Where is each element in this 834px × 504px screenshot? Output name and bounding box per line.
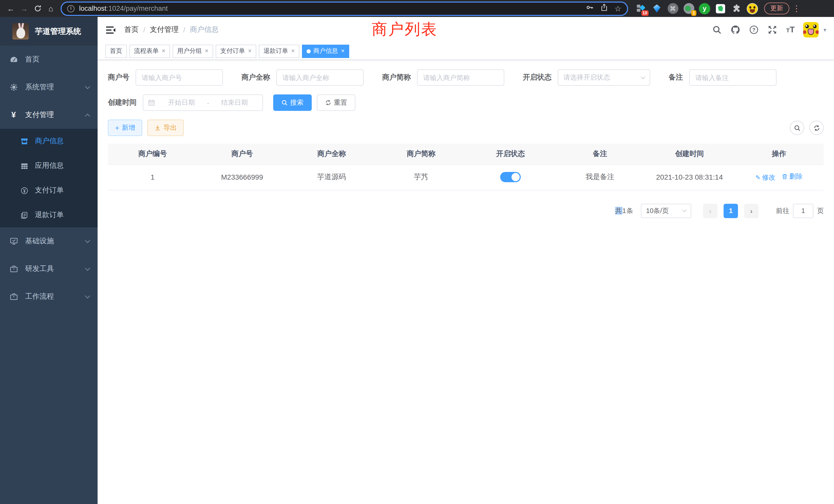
table-row: 1 M233666999 芋道源码 芋艿 我是备注 2021-10-23 08:… xyxy=(108,164,824,190)
table-header-row: 商户编号 商户号 商户全称 商户简称 开启状态 备注 创建时间 操作 xyxy=(108,144,824,164)
sidebar-item-infra[interactable]: 基础设施 xyxy=(0,227,97,255)
grid-icon xyxy=(20,162,28,170)
status-label: 开启状态 xyxy=(523,73,552,82)
shop-icon xyxy=(20,137,28,145)
browser-reload-icon[interactable] xyxy=(33,3,42,14)
delete-link[interactable]: 删除 xyxy=(782,172,803,181)
close-icon[interactable]: × xyxy=(204,48,208,54)
extension-command-icon[interactable]: ⌘ xyxy=(667,3,678,14)
extension-sidebar-icon[interactable]: 10 xyxy=(635,3,646,14)
tab-refund-order[interactable]: 退款订单× xyxy=(259,44,300,58)
extension-badge: 10 xyxy=(641,10,649,16)
status-select[interactable]: 请选择开启状态 xyxy=(558,69,650,86)
tab-pay-order[interactable]: 支付订单× xyxy=(216,44,256,58)
reset-button[interactable]: 重置 xyxy=(317,94,355,111)
close-icon[interactable]: × xyxy=(341,48,345,54)
app-title: 芋道管理系统 xyxy=(35,26,81,36)
close-icon[interactable]: × xyxy=(291,48,295,54)
export-button[interactable]: 导出 xyxy=(147,120,184,136)
page-size-select[interactable]: 10条/页 xyxy=(641,204,691,218)
sidebar-item-label: 应用信息 xyxy=(35,161,64,170)
chrome-update-button[interactable]: 更新 xyxy=(764,3,789,14)
password-key-icon[interactable] xyxy=(586,4,593,13)
sidebar-item-label: 研发工具 xyxy=(25,264,86,274)
close-icon[interactable]: × xyxy=(247,48,251,54)
tab-process-form[interactable]: 流程表单× xyxy=(129,44,170,58)
github-icon[interactable] xyxy=(731,25,741,35)
extensions-puzzle-icon[interactable] xyxy=(731,3,742,14)
extension-y-icon[interactable]: y xyxy=(699,3,710,14)
col-operations: 操作 xyxy=(734,144,824,164)
browser-home-icon[interactable]: ⌂ xyxy=(46,3,56,14)
add-button[interactable]: + 新增 xyxy=(108,120,142,136)
merchant-no-input[interactable] xyxy=(136,69,223,86)
page-content: 商户号 商户全称 商户简称 开启状态 请选择开启状态 xyxy=(97,60,834,504)
url-host: localhost xyxy=(79,5,107,12)
logo-rabbit-image xyxy=(12,23,29,40)
avatar-caret-icon[interactable]: ▾ xyxy=(824,26,826,33)
sidebar-item-app-info[interactable]: 应用信息 xyxy=(0,154,97,178)
cell-merchant-no: M233666999 xyxy=(197,164,287,190)
short-name-input[interactable] xyxy=(417,69,504,86)
tab-user-group[interactable]: 用户分组× xyxy=(173,44,213,58)
font-size-icon[interactable]: TT xyxy=(786,25,795,35)
sidebar-collapse-icon[interactable] xyxy=(105,24,116,35)
profile-avatar[interactable] xyxy=(747,3,758,14)
sidebar-item-merchant-info[interactable]: 商户信息 xyxy=(0,129,97,154)
sidebar-item-label: 首页 xyxy=(25,55,89,64)
sidebar-item-pay[interactable]: ¥ 支付管理 xyxy=(0,101,97,129)
sidebar-item-label: 退款订单 xyxy=(35,210,64,220)
cell-remark: 我是备注 xyxy=(555,164,645,190)
app-logo[interactable]: 芋道管理系统 xyxy=(0,17,97,46)
refresh-table-button[interactable] xyxy=(809,121,824,135)
url-text[interactable]: localhost:1024/pay/merchant xyxy=(79,5,586,12)
sidebar-item-workflow[interactable]: 工作流程 xyxy=(0,283,97,311)
show-search-toggle-button[interactable] xyxy=(790,121,804,135)
gear-icon xyxy=(9,83,18,92)
share-icon[interactable] xyxy=(600,4,608,13)
extensions-bar: 10 ⌘ 1 y xyxy=(635,3,758,14)
col-full-name: 商户全称 xyxy=(287,144,376,164)
extension-gem-icon[interactable] xyxy=(651,3,662,14)
tab-merchant-info[interactable]: 商户信息× xyxy=(302,44,349,58)
remark-input[interactable] xyxy=(689,69,776,86)
close-icon[interactable]: × xyxy=(161,48,166,54)
next-page-button[interactable]: › xyxy=(744,204,759,218)
goto-page-input[interactable] xyxy=(793,204,813,218)
tab-home[interactable]: 首页 xyxy=(105,44,127,58)
status-select-placeholder: 请选择开启状态 xyxy=(563,73,610,82)
search-button[interactable]: 搜索 xyxy=(273,94,312,111)
tab-label: 流程表单 xyxy=(134,47,159,55)
help-icon[interactable]: ? xyxy=(749,25,759,35)
browser-back-icon[interactable]: ← xyxy=(6,3,16,14)
tab-label: 商户信息 xyxy=(313,47,338,55)
bookmark-star-icon[interactable]: ☆ xyxy=(614,5,621,12)
header-search-icon[interactable] xyxy=(712,25,722,35)
browser-forward-icon[interactable]: → xyxy=(20,3,29,14)
site-info-icon[interactable]: i xyxy=(67,5,74,12)
breadcrumb-pay[interactable]: 支付管理 xyxy=(150,25,179,35)
edit-link[interactable]: ✎修改 xyxy=(755,173,775,182)
sidebar-item-home[interactable]: 首页 xyxy=(0,46,97,73)
page-size-value: 10条/页 xyxy=(646,206,668,215)
status-toggle[interactable] xyxy=(500,172,521,182)
address-bar[interactable]: i localhost:1024/pay/merchant ☆ xyxy=(61,1,628,16)
page-1-button[interactable]: 1 xyxy=(724,204,738,218)
url-path: :1024/pay/merchant xyxy=(107,5,168,12)
chrome-menu-icon[interactable]: ⋮ xyxy=(792,4,800,13)
breadcrumb-home[interactable]: 首页 xyxy=(124,25,139,35)
sidebar-item-pay-order[interactable]: 支付订单 xyxy=(0,178,97,203)
pagination-total-count: 1 xyxy=(622,207,627,214)
create-time-range-picker[interactable]: 开始日期 - 结束日期 xyxy=(143,94,263,111)
chevron-down-icon xyxy=(85,266,90,271)
extension-note-icon[interactable] xyxy=(715,3,726,14)
full-name-input[interactable] xyxy=(276,69,364,86)
sidebar-item-system[interactable]: 系统管理 xyxy=(0,73,97,101)
user-avatar[interactable] xyxy=(804,22,819,38)
sidebar-item-refund-order[interactable]: 退款订单 xyxy=(0,203,97,227)
prev-page-button[interactable]: ‹ xyxy=(703,204,718,218)
fullscreen-icon[interactable] xyxy=(768,25,777,35)
extension-recorder-icon[interactable]: 1 xyxy=(683,3,694,14)
sidebar-item-devtools[interactable]: 研发工具 xyxy=(0,255,97,283)
full-name-label: 商户全称 xyxy=(241,73,270,82)
